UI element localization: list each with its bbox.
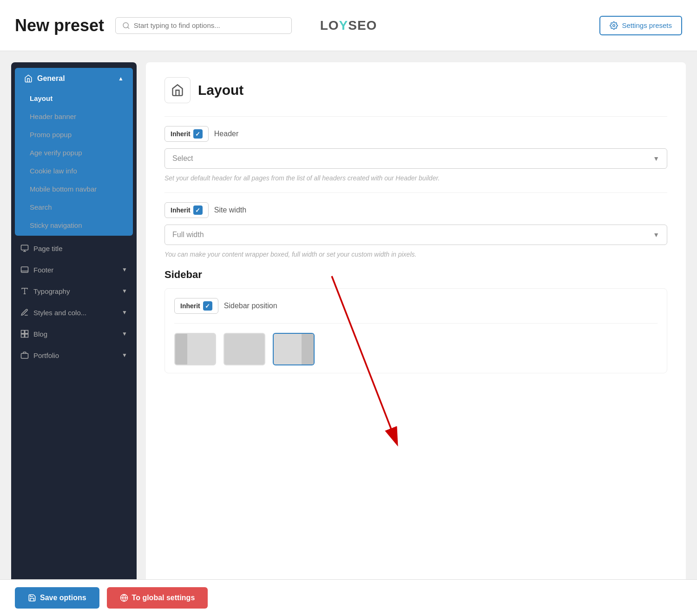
site-width-field-label: Site width — [214, 206, 246, 214]
svg-rect-14 — [21, 353, 28, 358]
sidebar-sub-age-verify[interactable]: Age verify popup — [15, 144, 133, 162]
sidebar-item-page-title[interactable]: Page title — [11, 238, 137, 259]
sidebar-field-label: Sidebar position — [224, 302, 277, 310]
sidebar-item-footer[interactable]: Footer ▼ — [11, 259, 137, 280]
sidebar-general-section[interactable]: General ▲ Layout Header banner Promo pop… — [15, 68, 133, 236]
settings-presets-label: Settings presets — [622, 21, 672, 29]
global-settings-label: To global settings — [132, 594, 195, 602]
page-title: New preset — [15, 16, 104, 35]
sidebar-content-right-area — [274, 334, 302, 364]
chevron-down-portfolio-icon: ▼ — [122, 352, 127, 358]
bottom-bar: Save options To global settings — [0, 579, 697, 616]
globe-icon — [120, 594, 128, 602]
sidebar-sub-cookie[interactable]: Cookie law info — [15, 162, 133, 180]
styles-icon — [20, 308, 29, 317]
sidebar-position-widget: Inherit ✓ Sidebar position — [164, 288, 667, 373]
gear-icon — [610, 21, 618, 30]
sidebar-inherit-badge[interactable]: Inherit ✓ — [174, 298, 218, 314]
sidebar-sub-sticky-nav[interactable]: Sticky navigation — [15, 216, 133, 236]
home-icon — [24, 74, 33, 83]
sidebar-sub-search[interactable]: Search — [15, 198, 133, 216]
site-width-select-dropdown[interactable]: Full width ▼ — [164, 225, 667, 245]
sidebar-position-options — [174, 333, 658, 365]
blog-icon — [20, 330, 29, 338]
search-input[interactable] — [134, 21, 285, 29]
header-select-placeholder: Select — [172, 154, 193, 163]
svg-rect-6 — [21, 267, 28, 272]
sidebar-styles-label: Styles and colo... — [33, 309, 86, 317]
layout-section-icon — [164, 77, 191, 103]
sidebar-left-indicator — [175, 334, 187, 364]
sidebar-content-area — [187, 334, 215, 364]
sidebar-item-portfolio[interactable]: Portfolio ▼ — [11, 344, 137, 366]
position-option-none[interactable] — [224, 333, 265, 365]
divider-2 — [164, 192, 667, 193]
typography-icon — [20, 287, 29, 295]
chevron-down-footer-icon: ▼ — [122, 266, 127, 273]
page-title-icon — [20, 244, 29, 252]
sidebar-item-blog[interactable]: Blog ▼ — [11, 323, 137, 344]
header-select-dropdown[interactable]: Select ▼ — [164, 148, 667, 169]
sidebar-footer-label: Footer — [33, 266, 53, 274]
sidebar-blog-label: Blog — [33, 330, 47, 338]
header-inherit-badge[interactable]: Inherit ✓ — [164, 126, 209, 142]
content-area: Layout Inherit ✓ Header Select ▼ Set you… — [146, 62, 686, 605]
save-options-label: Save options — [40, 594, 86, 602]
sidebar-sub-header-banner[interactable]: Header banner — [15, 107, 133, 126]
position-option-right[interactable] — [273, 333, 315, 365]
header-field-label: Header — [214, 130, 238, 138]
sidebar-typography-label: Typography — [33, 287, 70, 295]
svg-point-2 — [613, 24, 615, 26]
sidebar-item-typography[interactable]: Typography ▼ — [11, 280, 137, 302]
svg-rect-13 — [21, 334, 25, 338]
svg-rect-12 — [25, 334, 28, 338]
header-select-chevron-icon: ▼ — [653, 155, 659, 162]
sidebar-sub-promo-popup[interactable]: Promo popup — [15, 126, 133, 144]
portfolio-icon — [20, 351, 29, 359]
chevron-down-styles-icon: ▼ — [122, 309, 127, 316]
app-header: New preset LOYSEO Settings presets — [0, 0, 697, 51]
header-inherit-row: Inherit ✓ Header — [164, 126, 667, 142]
sidebar-inherit-label: Inherit — [180, 302, 200, 310]
position-option-left[interactable] — [174, 333, 216, 365]
chevron-down-typography-icon: ▼ — [122, 288, 127, 294]
sidebar-page-title-label: Page title — [33, 245, 63, 252]
sidebar-general-label: General — [37, 74, 65, 83]
sidebar-sub-layout[interactable]: Layout — [15, 89, 133, 107]
sidebar-right-indicator — [302, 334, 314, 364]
divider-1 — [164, 116, 667, 117]
sidebar-sub-mobile-navbar[interactable]: Mobile bottom navbar — [15, 180, 133, 198]
logo: LOYSEO — [320, 18, 377, 33]
divider-3 — [174, 323, 658, 324]
site-width-inherit-badge[interactable]: Inherit ✓ — [164, 202, 209, 218]
site-width-select-value: Full width — [172, 231, 204, 239]
site-width-inherit-checkbox[interactable]: ✓ — [193, 205, 203, 215]
save-icon — [28, 594, 36, 602]
svg-rect-11 — [25, 331, 28, 334]
sidebar: General ▲ Layout Header banner Promo pop… — [11, 62, 137, 605]
search-icon — [122, 21, 130, 30]
chevron-up-icon: ▲ — [118, 75, 124, 82]
chevron-down-blog-icon: ▼ — [122, 331, 127, 337]
sidebar-section-title: Sidebar — [164, 269, 667, 281]
save-options-button[interactable]: Save options — [15, 587, 99, 609]
header-inherit-checkbox[interactable]: ✓ — [193, 129, 203, 139]
search-bar[interactable] — [115, 17, 292, 34]
footer-icon — [20, 265, 29, 274]
site-width-inherit-label: Inherit — [171, 206, 191, 214]
sidebar-portfolio-label: Portfolio — [33, 351, 59, 359]
section-header: Layout — [164, 77, 667, 103]
sidebar-item-general[interactable]: General ▲ — [15, 68, 133, 89]
svg-rect-3 — [21, 245, 28, 250]
layout-title: Layout — [198, 82, 243, 98]
sidebar-item-styles[interactable]: Styles and colo... ▼ — [11, 302, 137, 323]
svg-rect-10 — [21, 331, 25, 334]
settings-presets-button[interactable]: Settings presets — [599, 16, 682, 35]
global-settings-button[interactable]: To global settings — [107, 587, 208, 609]
site-width-help-text: You can make your content wrapper boxed,… — [164, 250, 667, 259]
sidebar-inherit-checkbox[interactable]: ✓ — [203, 301, 212, 311]
main-container: General ▲ Layout Header banner Promo pop… — [0, 51, 697, 616]
sidebar-inherit-row: Inherit ✓ Sidebar position — [174, 298, 658, 314]
header-inherit-label: Inherit — [171, 130, 191, 138]
svg-line-1 — [128, 27, 129, 28]
